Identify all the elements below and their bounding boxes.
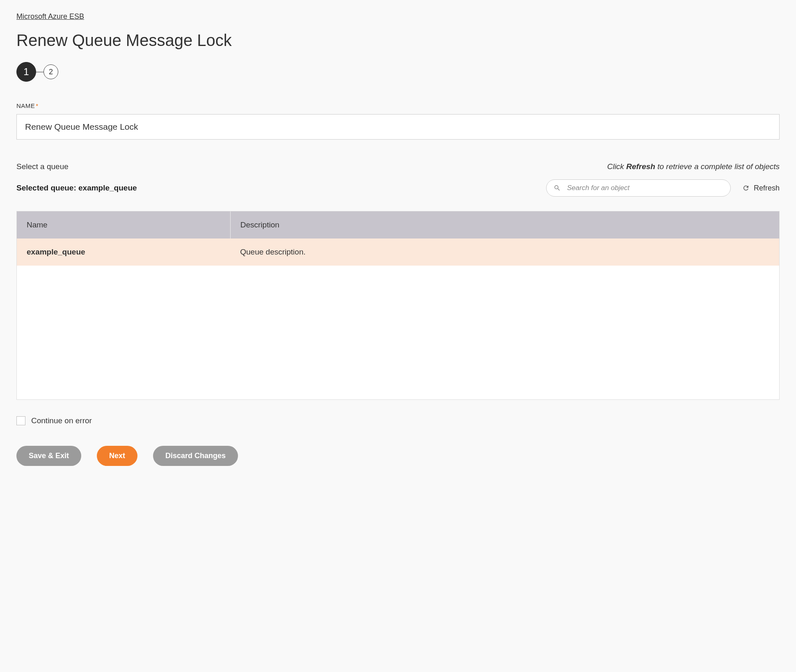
next-button[interactable]: Next: [97, 446, 137, 466]
refresh-hint-bold: Refresh: [626, 162, 655, 171]
refresh-icon: [742, 184, 750, 192]
name-input[interactable]: [16, 114, 780, 140]
wizard-stepper: 1 2: [16, 62, 780, 82]
refresh-hint-suffix: to retrieve a complete list of objects: [655, 162, 780, 171]
breadcrumb[interactable]: Microsoft Azure ESB: [16, 12, 84, 21]
step-2[interactable]: 2: [43, 64, 58, 79]
queue-table: Name Description example_queue Queue des…: [17, 211, 779, 266]
queue-table-container: Name Description example_queue Queue des…: [16, 211, 780, 400]
step-1[interactable]: 1: [16, 62, 36, 82]
step-connector: [36, 72, 43, 72]
page-title: Renew Queue Message Lock: [16, 31, 780, 50]
select-queue-label: Select a queue: [16, 162, 69, 171]
required-marker: *: [36, 102, 38, 109]
table-header-name[interactable]: Name: [17, 211, 230, 239]
table-cell-name: example_queue: [17, 239, 230, 266]
continue-on-error-label[interactable]: Continue on error: [31, 416, 92, 425]
search-input[interactable]: [546, 179, 731, 197]
table-cell-description: Queue description.: [230, 239, 779, 266]
table-header-description[interactable]: Description: [230, 211, 779, 239]
button-row: Save & Exit Next Discard Changes: [16, 446, 780, 466]
continue-on-error-checkbox[interactable]: [16, 416, 25, 425]
refresh-button[interactable]: Refresh: [742, 184, 780, 193]
name-label-text: NAME: [16, 102, 35, 109]
selected-queue-value: example_queue: [78, 183, 137, 192]
refresh-hint-prefix: Click: [607, 162, 626, 171]
refresh-hint: Click Refresh to retrieve a complete lis…: [607, 162, 780, 171]
selected-queue-prefix: Selected queue:: [16, 183, 78, 192]
selected-queue-label: Selected queue: example_queue: [16, 183, 137, 193]
search-icon: [554, 184, 561, 192]
discard-button[interactable]: Discard Changes: [153, 446, 238, 466]
table-row[interactable]: example_queue Queue description.: [17, 239, 779, 266]
name-field-label: NAME*: [16, 102, 780, 109]
refresh-button-label: Refresh: [754, 184, 780, 193]
save-exit-button[interactable]: Save & Exit: [16, 446, 81, 466]
search-wrapper: [546, 179, 731, 197]
